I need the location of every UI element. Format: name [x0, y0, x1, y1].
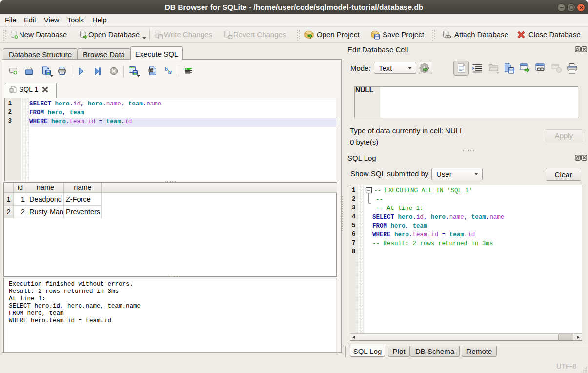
svg-text:b: b [165, 66, 168, 72]
svg-text:a: a [168, 68, 172, 75]
